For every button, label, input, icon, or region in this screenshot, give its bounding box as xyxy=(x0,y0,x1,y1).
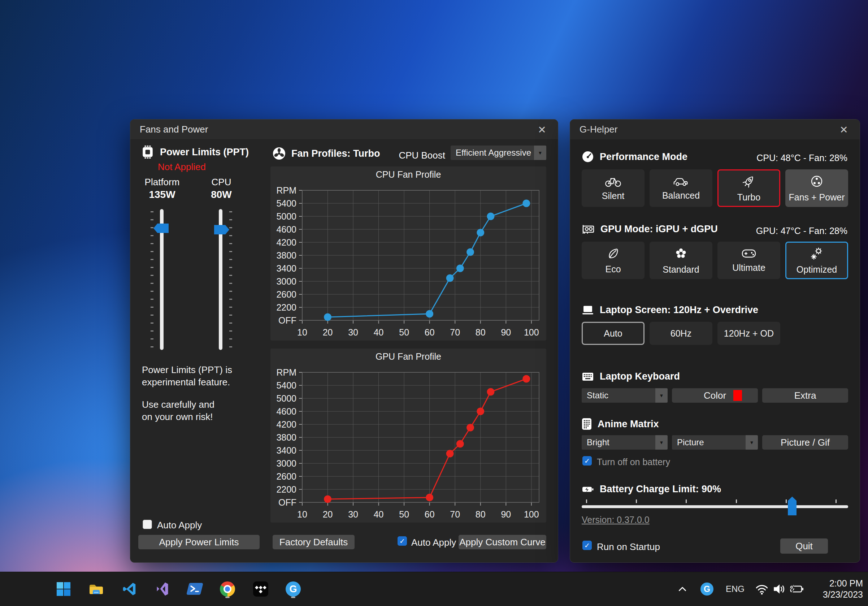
gpu-mode-eco-button[interactable]: Eco xyxy=(582,242,645,279)
chevron-down-icon: ▼ xyxy=(750,440,754,445)
svg-text:10: 10 xyxy=(297,327,307,337)
anime-mode-dropdown-button[interactable]: ▼ xyxy=(746,435,758,449)
battery-tray-button[interactable] xyxy=(786,579,807,599)
version-link[interactable]: Version: 0.37.0.0 xyxy=(582,515,649,525)
vscode-button[interactable] xyxy=(119,579,140,599)
screen-60hz-button[interactable]: 60Hz xyxy=(649,322,712,345)
cpu-boost-value: Efficient Aggressive xyxy=(451,146,534,160)
battery-limit-slider[interactable] xyxy=(582,505,848,508)
performance-mode-title: Performance Mode xyxy=(600,151,687,163)
gpu-mode-standard-button[interactable]: Standard xyxy=(649,242,712,279)
power-auto-apply-checkbox[interactable] xyxy=(143,520,152,529)
perf-mode-turbo-button[interactable]: Turbo xyxy=(718,169,780,207)
clock[interactable]: 2:00 PM 3/23/2023 xyxy=(823,578,863,600)
keyboard-color-button[interactable]: Color xyxy=(672,388,758,403)
check-icon: ✓ xyxy=(399,537,405,546)
gamepad-icon xyxy=(741,248,757,259)
powershell-button[interactable] xyxy=(185,579,205,599)
cpu-slider-thumb[interactable] xyxy=(214,225,229,234)
screen-120hz-od-button[interactable]: 120Hz + OD xyxy=(718,322,780,345)
keyboard-icon xyxy=(582,372,594,381)
quit-button[interactable]: Quit xyxy=(780,538,828,553)
fans-and-power-window: Fans and Power ✕ Power Limits (PPT) Not … xyxy=(130,119,558,563)
screen-auto-button[interactable]: Auto xyxy=(582,322,645,345)
gpu-temp-fan-status: GPU: 47°C - Fan: 28% xyxy=(756,226,848,236)
cpu-boost-label: CPU Boost xyxy=(383,150,445,161)
chrome-button[interactable] xyxy=(217,579,237,599)
anime-picture-gif-label: Picture / Gif xyxy=(781,437,830,448)
svg-text:60: 60 xyxy=(425,509,435,519)
svg-text:3400: 3400 xyxy=(276,445,296,456)
power-auto-apply-label: Auto Apply xyxy=(157,520,202,531)
battery-icon xyxy=(582,484,594,494)
cpu-boost-dropdown[interactable]: Efficient Aggressive ▼ xyxy=(451,146,546,160)
svg-text:10: 10 xyxy=(297,509,307,519)
keyboard-mode-dropdown[interactable]: Static ▼ xyxy=(582,388,668,403)
ghelper-tray-icon: G xyxy=(701,583,713,595)
anime-brightness-dropdown-button[interactable]: ▼ xyxy=(655,435,668,449)
run-on-startup-checkbox[interactable]: ✓ xyxy=(583,541,592,550)
perf-mode-balanced-button[interactable]: Balanced xyxy=(649,169,712,207)
keyboard-mode-value: Static xyxy=(582,388,655,403)
gpu-mode-optimized-button[interactable]: Optimized xyxy=(785,242,848,279)
svg-text:30: 30 xyxy=(348,327,358,337)
chevron-up-icon xyxy=(678,585,687,593)
cpu-fan-chart[interactable]: OFF220026003000340038004200460050005400R… xyxy=(270,182,546,341)
svg-text:3800: 3800 xyxy=(276,432,296,442)
gpu-fan-chart[interactable]: OFF220026003000340038004200460050005400R… xyxy=(270,364,546,522)
start-button[interactable] xyxy=(53,579,74,599)
keyboard-extra-button[interactable]: Extra xyxy=(762,388,848,403)
keyboard-mode-dropdown-button[interactable]: ▼ xyxy=(655,388,668,403)
close-icon: ✕ xyxy=(840,124,848,136)
keyboard-color-label: Color xyxy=(704,390,726,401)
platform-slider-label: Platform xyxy=(133,177,191,188)
anime-brightness-dropdown[interactable]: Bright ▼ xyxy=(582,435,668,449)
tray-ghelper-button[interactable]: G xyxy=(697,579,717,599)
svg-text:3800: 3800 xyxy=(276,250,296,260)
gpu-mode-ultimate-button[interactable]: Ultimate xyxy=(718,242,780,279)
gpu-fan-chart-panel: GPU Fan Profile OFF220026003000340038004… xyxy=(270,349,546,522)
ghelper-taskbar-button[interactable]: G xyxy=(283,579,303,599)
tray-chevron-button[interactable] xyxy=(672,579,693,599)
language-indicator[interactable]: ENG xyxy=(726,584,744,594)
gpu-mode-eco-label: Eco xyxy=(605,264,621,274)
platform-slider-thumb[interactable] xyxy=(153,223,169,233)
anime-mode-dropdown[interactable]: Picture ▼ xyxy=(672,435,758,449)
battery-slider-ticks xyxy=(586,499,837,503)
fans-titlebar[interactable]: Fans and Power xyxy=(130,119,558,140)
apply-custom-curve-button[interactable]: Apply Custom Curve xyxy=(459,535,546,549)
visual-studio-button[interactable] xyxy=(152,579,173,599)
bicycle-icon xyxy=(605,175,622,187)
fans-window-title: Fans and Power xyxy=(140,124,208,135)
svg-text:20: 20 xyxy=(323,327,333,337)
ghelper-close-button[interactable]: ✕ xyxy=(837,123,851,136)
anime-picture-gif-button[interactable]: Picture / Gif xyxy=(762,435,848,449)
battery-limit-title: Battery Charge Limit: 90% xyxy=(600,484,721,495)
flower-icon xyxy=(674,246,688,261)
fans-close-button[interactable]: ✕ xyxy=(535,123,549,136)
laptop-screen-title: Laptop Screen: 120Hz + Overdrive xyxy=(600,304,758,316)
keyboard-extra-label: Extra xyxy=(794,390,816,401)
fan-profiles-title: Fan Profiles: Turbo xyxy=(291,148,380,159)
performance-mode-header: Performance Mode xyxy=(582,150,687,163)
file-explorer-button[interactable] xyxy=(86,579,106,599)
perf-mode-fans-power-button[interactable]: Fans + Power xyxy=(785,169,848,207)
screen-120hz-od-label: 120Hz + OD xyxy=(724,328,774,339)
svg-text:4200: 4200 xyxy=(276,419,296,429)
anime-battery-off-checkbox[interactable]: ✓ xyxy=(583,456,592,465)
svg-text:80: 80 xyxy=(476,509,486,519)
windows-start-icon xyxy=(56,581,71,597)
cpu-slider-label: CPU xyxy=(192,177,250,188)
ghelper-titlebar[interactable]: G-Helper xyxy=(570,119,860,140)
gpu-mode-optimized-label: Optimized xyxy=(797,264,837,275)
apply-power-limits-button[interactable]: Apply Power Limits xyxy=(138,535,260,549)
factory-defaults-button[interactable]: Factory Defaults xyxy=(273,535,355,549)
laptop-icon xyxy=(582,305,594,315)
perf-mode-silent-button[interactable]: Silent xyxy=(582,169,645,207)
svg-text:3000: 3000 xyxy=(276,276,296,287)
svg-text:40: 40 xyxy=(374,327,384,337)
curve-auto-apply-checkbox[interactable]: ✓ xyxy=(398,536,407,546)
cpu-boost-dropdown-button[interactable]: ▼ xyxy=(534,146,546,160)
svg-text:OFF: OFF xyxy=(278,497,296,507)
tidal-button[interactable] xyxy=(251,579,271,599)
